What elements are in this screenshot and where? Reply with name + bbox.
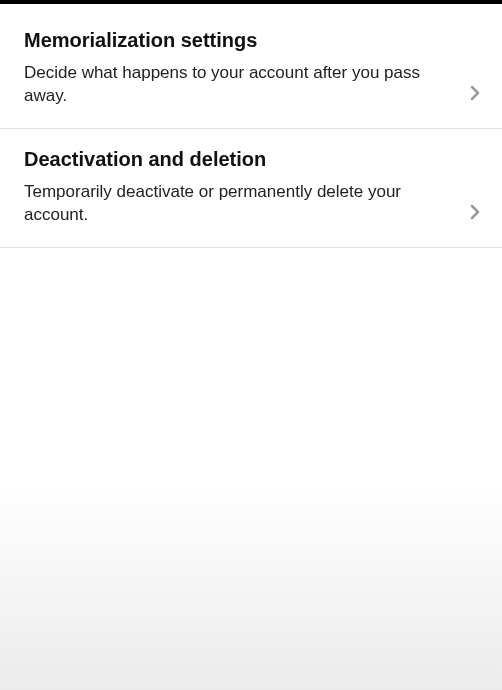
- item-title: Deactivation and deletion: [24, 147, 458, 171]
- item-text: Memorialization settings Decide what hap…: [24, 28, 466, 108]
- settings-list: Memorialization settings Decide what hap…: [0, 4, 502, 248]
- chevron-right-icon: [466, 203, 484, 221]
- settings-item-deactivation[interactable]: Deactivation and deletion Temporarily de…: [0, 147, 502, 248]
- item-title: Memorialization settings: [24, 28, 458, 52]
- chevron-right-icon: [466, 84, 484, 102]
- item-description: Decide what happens to your account afte…: [24, 62, 458, 108]
- item-description: Temporarily deactivate or permanently de…: [24, 181, 458, 227]
- settings-item-memorialization[interactable]: Memorialization settings Decide what hap…: [0, 28, 502, 129]
- item-text: Deactivation and deletion Temporarily de…: [24, 147, 466, 227]
